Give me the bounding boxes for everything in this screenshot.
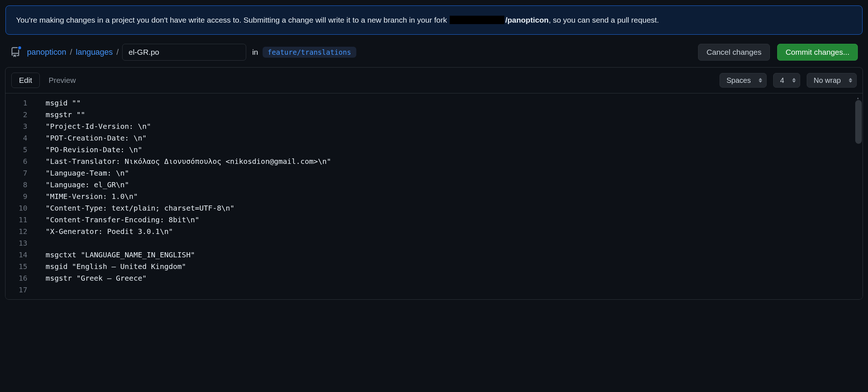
- breadcrumb-dir-link[interactable]: languages: [76, 47, 113, 57]
- code-line[interactable]: [46, 237, 859, 249]
- code-line[interactable]: msgstr "Greek – Greece": [46, 272, 859, 284]
- branch-name-pill[interactable]: feature/translations: [263, 47, 356, 58]
- breadcrumb-repo-link[interactable]: panopticon: [27, 47, 66, 57]
- path-separator: /: [70, 47, 72, 57]
- code-line[interactable]: "Content-Type: text/plain; charset=UTF-8…: [46, 202, 859, 214]
- editor-frame: Edit Preview Spaces 4 No wrap: [5, 67, 863, 300]
- redacted-username: [450, 16, 504, 24]
- filename-input[interactable]: [122, 44, 246, 61]
- code-line[interactable]: "POT-Creation-Date: \n": [46, 132, 859, 144]
- scroll-up-caret[interactable]: ▴: [857, 95, 860, 98]
- fork-notice-banner: You're making changes in a project you d…: [5, 5, 863, 35]
- indent-mode-select[interactable]: Spaces: [720, 73, 767, 88]
- line-number: 4: [19, 132, 27, 144]
- indent-size-select[interactable]: 4: [773, 73, 800, 88]
- code-line[interactable]: "PO-Revision-Date: \n": [46, 144, 859, 155]
- commit-changes-button[interactable]: Commit changes...: [777, 44, 858, 61]
- line-number: 17: [19, 284, 27, 296]
- code-line[interactable]: msgid "English – United Kingdom": [46, 261, 859, 272]
- repo-forked-icon: [10, 47, 20, 57]
- fork-repo-name: /panopticon: [505, 16, 549, 24]
- code-line[interactable]: msgid "": [46, 97, 859, 109]
- code-line[interactable]: msgctxt "LANGUAGE_NAME_IN_ENGLISH": [46, 249, 859, 261]
- line-number: 1: [19, 97, 27, 109]
- line-number: 6: [19, 155, 27, 167]
- code-line[interactable]: msgstr "": [46, 109, 859, 120]
- code-line[interactable]: "Content-Transfer-Encoding: 8bit\n": [46, 214, 859, 226]
- cancel-changes-button[interactable]: Cancel changes: [698, 44, 770, 61]
- line-number: 11: [19, 214, 27, 226]
- code-line[interactable]: "Language: el_GR\n": [46, 179, 859, 191]
- code-line[interactable]: "Project-Id-Version: \n": [46, 120, 859, 132]
- line-number: 8: [19, 179, 27, 191]
- code-line[interactable]: [46, 284, 859, 296]
- in-label: in: [252, 48, 258, 57]
- indent-size-select-wrap: 4: [773, 73, 800, 88]
- wrap-mode-select-wrap: No wrap: [807, 73, 857, 88]
- code-line[interactable]: "Last-Translator: Νικόλαος Διονυσόπουλος…: [46, 155, 859, 167]
- line-number: 10: [19, 202, 27, 214]
- line-number: 3: [19, 120, 27, 132]
- fork-indicator-dot: [18, 46, 22, 50]
- line-number: 15: [19, 261, 27, 272]
- line-number: 12: [19, 226, 27, 237]
- path-separator: /: [116, 47, 119, 57]
- line-number: 16: [19, 272, 27, 284]
- line-number: 5: [19, 144, 27, 155]
- code-line[interactable]: "MIME-Version: 1.0\n": [46, 191, 859, 202]
- file-path-bar: panopticon / languages / in feature/tran…: [0, 40, 868, 67]
- code-line[interactable]: "X-Generator: Poedit 3.0.1\n": [46, 226, 859, 237]
- line-number: 2: [19, 109, 27, 120]
- scrollbar-thumb[interactable]: [855, 100, 862, 144]
- notice-text-suffix: , so you can send a pull request.: [549, 16, 659, 24]
- line-number: 9: [19, 191, 27, 202]
- wrap-mode-select[interactable]: No wrap: [807, 73, 857, 88]
- line-number-gutter: 1 2 3 4 5 6 7 8 9 10 11 12 13 14 15 16 1…: [5, 93, 35, 299]
- indent-mode-select-wrap: Spaces: [720, 73, 767, 88]
- editor-toolbar: Edit Preview Spaces 4 No wrap: [5, 68, 863, 93]
- tab-edit[interactable]: Edit: [11, 73, 40, 88]
- line-number: 14: [19, 249, 27, 261]
- code-text-area[interactable]: msgid "" msgstr "" "Project-Id-Version: …: [35, 93, 863, 299]
- line-number: 13: [19, 237, 27, 249]
- line-number: 7: [19, 167, 27, 179]
- notice-text-prefix: You're making changes in a project you d…: [16, 16, 449, 24]
- code-line[interactable]: "Language-Team: \n": [46, 167, 859, 179]
- editor-body[interactable]: 1 2 3 4 5 6 7 8 9 10 11 12 13 14 15 16 1…: [5, 93, 863, 299]
- tab-preview[interactable]: Preview: [41, 73, 83, 88]
